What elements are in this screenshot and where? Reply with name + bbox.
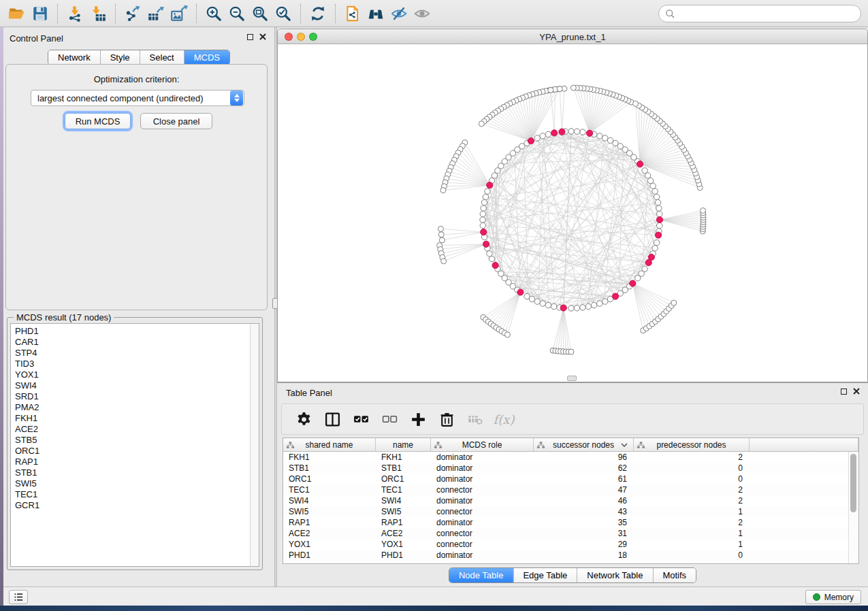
tab-motifs[interactable]: Motifs: [652, 568, 696, 582]
tab-node-table[interactable]: Node Table: [449, 568, 513, 582]
mcds-result-item[interactable]: STB1: [15, 467, 259, 478]
network-node[interactable]: [568, 129, 574, 134]
table-settings-button[interactable]: [291, 407, 316, 431]
column-header-name[interactable]: name: [376, 438, 431, 451]
table-row[interactable]: STB1STB1dominator620: [283, 463, 848, 474]
network-node[interactable]: [481, 205, 486, 211]
network-node[interactable]: [652, 188, 658, 194]
mcds-list-scrollbar[interactable]: [250, 324, 259, 566]
network-node[interactable]: [654, 240, 659, 245]
network-node[interactable]: [657, 211, 662, 216]
mcds-result-item[interactable]: ACE2: [15, 424, 259, 435]
network-node[interactable]: [656, 205, 662, 211]
apply-layout-button[interactable]: [306, 3, 329, 24]
network-window-titlebar[interactable]: YPA_prune.txt_1: [278, 29, 867, 44]
mcds-node[interactable]: [656, 216, 662, 222]
mcds-node[interactable]: [630, 280, 636, 286]
hide-selected-button[interactable]: [387, 3, 411, 24]
network-node[interactable]: [654, 194, 659, 199]
tab-style[interactable]: Style: [100, 50, 140, 65]
mcds-node[interactable]: [560, 305, 566, 311]
mcds-node[interactable]: [481, 229, 487, 235]
network-node[interactable]: [580, 305, 585, 310]
close-panel-icon[interactable]: [259, 33, 266, 40]
network-node[interactable]: [485, 188, 490, 194]
table-row[interactable]: TEC1TEC1connector472: [283, 484, 848, 495]
mcds-node[interactable]: [655, 232, 661, 238]
zoom-in-button[interactable]: [202, 3, 225, 24]
save-session-button[interactable]: [29, 3, 52, 24]
optimization-criterion-select[interactable]: largest connected component (undirected): [31, 90, 244, 106]
tab-select[interactable]: Select: [140, 50, 184, 65]
mcds-result-item[interactable]: SWI4: [15, 380, 259, 391]
mcds-result-item[interactable]: YOX1: [15, 369, 259, 380]
search-box[interactable]: [658, 5, 861, 22]
run-mcds-button[interactable]: Run MCDS: [65, 113, 131, 129]
network-node[interactable]: [580, 129, 585, 135]
table-row[interactable]: PHD1PHD1dominator180: [283, 550, 848, 561]
mcds-node[interactable]: [487, 182, 493, 188]
network-node[interactable]: [489, 256, 494, 261]
leaf-node[interactable]: [504, 332, 510, 337]
table-row[interactable]: ACE2ACE2connector311: [283, 528, 848, 539]
table-row[interactable]: ORC1ORC1dominator610: [283, 474, 848, 484]
select-all-button[interactable]: [349, 407, 373, 431]
network-node[interactable]: [545, 131, 551, 137]
mcds-node[interactable]: [637, 161, 643, 167]
network-node[interactable]: [597, 133, 602, 139]
table-scrollbar[interactable]: [848, 452, 858, 563]
network-node[interactable]: [574, 306, 579, 311]
leaf-node[interactable]: [479, 121, 484, 127]
network-node[interactable]: [551, 303, 556, 309]
network-node[interactable]: [652, 246, 658, 251]
open-session-button[interactable]: [5, 3, 29, 24]
first-neighbors-button[interactable]: [341, 3, 364, 24]
function-builder-button[interactable]: f(x): [492, 407, 516, 431]
export-table-button[interactable]: [144, 3, 167, 24]
network-node[interactable]: [480, 217, 485, 222]
leaf-node[interactable]: [439, 237, 445, 243]
network-node[interactable]: [545, 302, 551, 308]
network-view-canvas[interactable]: [278, 44, 867, 382]
leaf-node[interactable]: [438, 226, 443, 231]
table-row[interactable]: YOX1YOX1connector291: [283, 539, 848, 550]
network-node[interactable]: [540, 301, 545, 306]
leaf-node[interactable]: [440, 188, 446, 193]
mcds-result-item[interactable]: PMA2: [15, 402, 259, 413]
tab-edge-table[interactable]: Edge Table: [513, 568, 577, 582]
mcds-node[interactable]: [483, 241, 489, 247]
mcds-node[interactable]: [551, 130, 558, 136]
mcds-result-item[interactable]: SWI5: [15, 478, 259, 489]
float-table-panel-icon[interactable]: [841, 389, 847, 395]
network-node[interactable]: [568, 306, 574, 311]
tab-mcds[interactable]: MCDS: [184, 50, 229, 65]
mcds-node[interactable]: [559, 129, 565, 135]
leaf-node[interactable]: [570, 85, 576, 90]
network-node[interactable]: [585, 303, 591, 309]
network-node[interactable]: [642, 266, 647, 271]
delete-column-button[interactable]: [434, 407, 459, 431]
network-node[interactable]: [657, 222, 662, 228]
mcds-result-item[interactable]: STB5: [15, 435, 259, 446]
leaf-node[interactable]: [633, 101, 639, 106]
table-row[interactable]: FKH1FKH1dominator962: [283, 452, 848, 463]
mcds-result-item[interactable]: CAR1: [15, 337, 259, 348]
mcds-node[interactable]: [528, 138, 534, 144]
network-node[interactable]: [602, 135, 608, 141]
mcds-node[interactable]: [517, 289, 524, 295]
add-column-button[interactable]: [406, 407, 430, 431]
leaf-node[interactable]: [557, 86, 562, 92]
network-node[interactable]: [602, 299, 608, 304]
show-all-button[interactable]: [411, 3, 434, 24]
network-node[interactable]: [574, 129, 579, 134]
network-node[interactable]: [481, 199, 487, 205]
network-node[interactable]: [591, 302, 596, 308]
leaf-node[interactable]: [701, 208, 706, 213]
leaf-node[interactable]: [671, 300, 677, 306]
leaf-node[interactable]: [441, 259, 447, 264]
search-network-button[interactable]: [364, 3, 387, 24]
show-columns-button[interactable]: [320, 407, 344, 431]
network-node[interactable]: [534, 299, 540, 304]
leaf-node[interactable]: [548, 87, 553, 93]
mcds-result-item[interactable]: STP4: [15, 348, 259, 359]
